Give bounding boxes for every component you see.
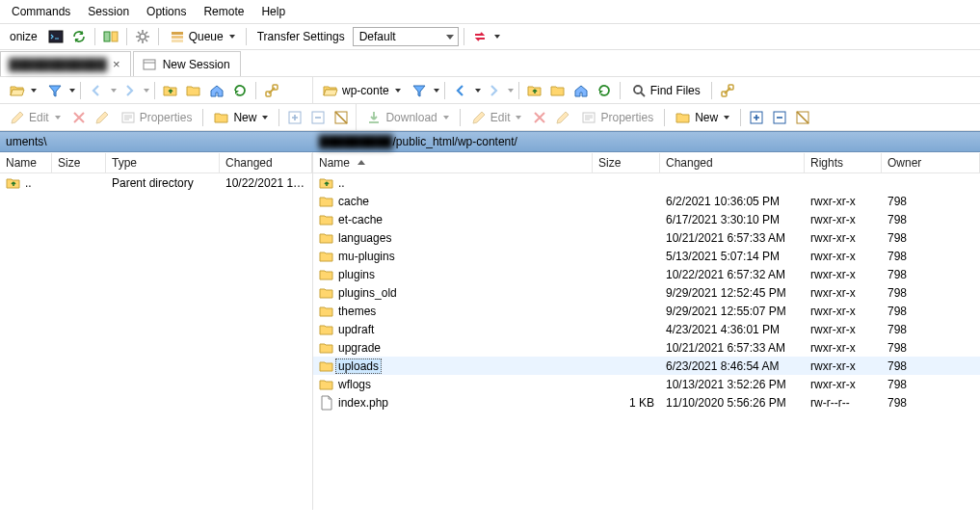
tab-label: New Session bbox=[163, 58, 230, 71]
table-row[interactable]: plugins_old9/29/2021 12:52:45 PMrwxr-xr-… bbox=[313, 283, 980, 302]
transfer-settings-select[interactable]: Default bbox=[353, 27, 459, 46]
table-row[interactable]: plugins10/22/2021 6:57:32 AMrwxr-xr-x798 bbox=[313, 265, 980, 283]
back-icon[interactable] bbox=[450, 80, 471, 101]
delete-icon[interactable] bbox=[529, 107, 550, 128]
col-changed[interactable]: Changed bbox=[660, 153, 805, 173]
table-row[interactable]: cache6/2/2021 10:36:05 PMrwxr-xr-x798 bbox=[313, 192, 980, 210]
folder-icon bbox=[319, 285, 334, 301]
properties-button[interactable]: Properties bbox=[115, 107, 199, 128]
file-name: .. bbox=[25, 176, 32, 190]
filter-icon[interactable] bbox=[409, 80, 430, 101]
col-type[interactable]: Type bbox=[106, 153, 220, 173]
file-owner: 798 bbox=[882, 250, 980, 263]
menu-options[interactable]: Options bbox=[139, 3, 194, 20]
invert-selection-icon[interactable] bbox=[331, 107, 352, 128]
filter-icon[interactable] bbox=[44, 80, 66, 101]
file-owner: 798 bbox=[882, 341, 980, 355]
file-list-right[interactable]: ..cache6/2/2021 10:36:05 PMrwxr-xr-x798e… bbox=[313, 173, 980, 510]
new-button[interactable]: New bbox=[670, 107, 735, 128]
properties-button[interactable]: Properties bbox=[575, 107, 659, 128]
new-session-tab[interactable]: New Session bbox=[133, 51, 241, 76]
rename-icon[interactable] bbox=[552, 107, 573, 128]
find-files-button[interactable]: Find Files bbox=[625, 80, 706, 101]
refresh-icon[interactable] bbox=[229, 80, 251, 101]
table-row[interactable]: mu-plugins5/13/2021 5:07:14 PMrwxr-xr-x7… bbox=[313, 247, 980, 265]
col-owner[interactable]: Owner bbox=[882, 153, 980, 173]
queue-button[interactable]: Queue bbox=[164, 26, 241, 47]
deselect-all-icon[interactable] bbox=[307, 107, 329, 128]
col-name[interactable]: Name bbox=[0, 153, 52, 173]
root-folder-icon[interactable] bbox=[547, 80, 569, 101]
bookmark-icon[interactable] bbox=[717, 80, 738, 101]
local-pane: Name Size Type Changed ..Parent director… bbox=[0, 152, 313, 510]
file-changed: 10/21/2021 6:57:33 AM bbox=[660, 231, 805, 245]
select-all-icon[interactable] bbox=[284, 107, 305, 128]
bookmark-icon[interactable] bbox=[261, 80, 282, 101]
nav-right: wp-conte Find Files bbox=[313, 77, 980, 104]
col-changed[interactable]: Changed bbox=[220, 153, 312, 173]
table-row[interactable]: ..Parent directory10/22/2021 10:28 bbox=[0, 173, 312, 192]
table-row[interactable]: uploads6/23/2021 8:46:54 AMrwxr-xr-x798 bbox=[313, 357, 980, 375]
menu-commands[interactable]: Commands bbox=[4, 3, 78, 20]
forward-icon[interactable] bbox=[483, 80, 504, 101]
file-name: .. bbox=[338, 176, 345, 190]
root-folder-icon[interactable] bbox=[183, 80, 204, 101]
refresh-icon[interactable] bbox=[594, 80, 615, 101]
column-headers-left: Name Size Type Changed bbox=[0, 152, 312, 173]
new-button[interactable]: New bbox=[208, 107, 274, 128]
edit-button[interactable]: Edit bbox=[465, 107, 528, 128]
gear-icon[interactable] bbox=[132, 26, 153, 47]
parent-folder-icon[interactable] bbox=[160, 80, 181, 101]
folder-selector-right[interactable]: wp-conte bbox=[317, 80, 407, 101]
home-icon[interactable] bbox=[206, 80, 227, 101]
download-button[interactable]: Download bbox=[360, 107, 454, 128]
menu-remote[interactable]: Remote bbox=[196, 3, 252, 20]
transfer-dropdown[interactable] bbox=[494, 35, 500, 39]
path-bar-right[interactable]: █████████/public_html/wp-content/ bbox=[313, 131, 980, 152]
file-changed: 4/23/2021 4:36:01 PM bbox=[660, 323, 805, 336]
back-icon[interactable] bbox=[86, 80, 107, 101]
file-name: wflogs bbox=[338, 378, 371, 391]
rename-icon[interactable] bbox=[92, 107, 113, 128]
delete-icon[interactable] bbox=[68, 107, 90, 128]
col-rights[interactable]: Rights bbox=[805, 153, 882, 173]
col-name[interactable]: Name bbox=[313, 153, 593, 173]
path-bar-left[interactable]: uments\ bbox=[0, 131, 313, 152]
invert-selection-icon[interactable] bbox=[792, 107, 813, 128]
folder-up-icon bbox=[6, 175, 21, 191]
home-icon[interactable] bbox=[570, 80, 592, 101]
file-changed: 5/13/2021 5:07:14 PM bbox=[660, 250, 805, 263]
table-row[interactable]: upgrade10/21/2021 6:57:33 AMrwxr-xr-x798 bbox=[313, 338, 980, 357]
table-row[interactable]: updraft4/23/2021 4:36:01 PMrwxr-xr-x798 bbox=[313, 320, 980, 338]
edit-button[interactable]: Edit bbox=[4, 107, 66, 128]
synchronize-button[interactable]: onize bbox=[4, 26, 43, 47]
table-row[interactable]: wflogs10/13/2021 3:52:26 PMrwxr-xr-x798 bbox=[313, 375, 980, 393]
col-size[interactable]: Size bbox=[52, 153, 106, 173]
file-owner: 798 bbox=[882, 286, 980, 300]
close-icon[interactable]: × bbox=[113, 57, 120, 71]
folder-selector-left[interactable] bbox=[4, 80, 42, 101]
table-row[interactable]: index.php1 KB11/10/2020 5:56:26 PMrw-r--… bbox=[313, 393, 980, 412]
deselect-all-icon[interactable] bbox=[769, 107, 790, 128]
col-size[interactable]: Size bbox=[593, 153, 660, 173]
menu-session[interactable]: Session bbox=[80, 3, 137, 20]
session-tab-active[interactable]: ████████████ × bbox=[0, 51, 131, 76]
transfer-icon[interactable] bbox=[469, 26, 490, 47]
two-panel-icon[interactable] bbox=[100, 26, 121, 47]
menu-help[interactable]: Help bbox=[253, 3, 293, 20]
parent-folder-icon[interactable] bbox=[524, 80, 545, 101]
terminal-icon[interactable] bbox=[45, 26, 66, 47]
table-row[interactable]: themes9/29/2021 12:55:07 PMrwxr-xr-x798 bbox=[313, 302, 980, 320]
file-owner: 798 bbox=[882, 231, 980, 245]
select-all-icon[interactable] bbox=[746, 107, 767, 128]
file-name: themes bbox=[338, 305, 376, 318]
forward-icon[interactable] bbox=[119, 80, 140, 101]
folder-icon bbox=[319, 358, 334, 374]
file-changed: 10/13/2021 3:52:26 PM bbox=[660, 378, 805, 391]
table-row[interactable]: et-cache6/17/2021 3:30:10 PMrwxr-xr-x798 bbox=[313, 210, 980, 228]
file-list-left[interactable]: ..Parent directory10/22/2021 10:28 bbox=[0, 173, 312, 510]
sync-browse-icon[interactable] bbox=[68, 26, 90, 47]
file-changed: 10/21/2021 6:57:33 AM bbox=[660, 341, 805, 355]
table-row[interactable]: languages10/21/2021 6:57:33 AMrwxr-xr-x7… bbox=[313, 228, 980, 247]
table-row[interactable]: .. bbox=[313, 173, 980, 192]
